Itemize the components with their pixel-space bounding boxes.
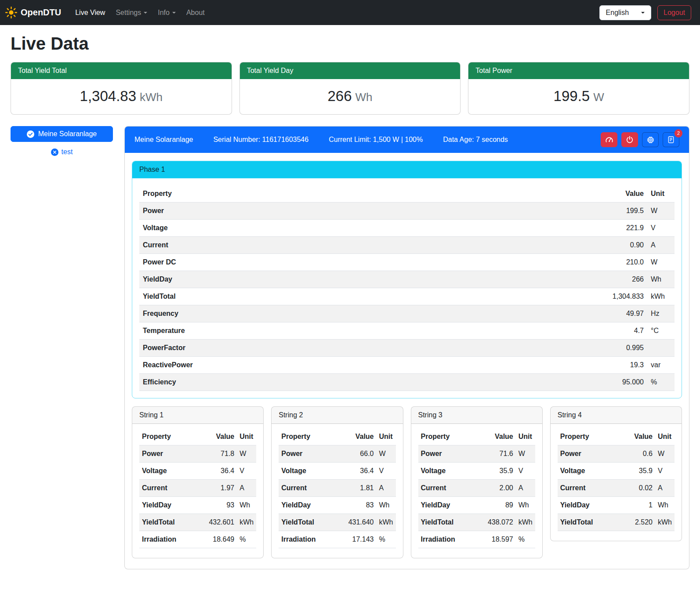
- table-row: Frequency49.97Hz: [139, 305, 675, 322]
- unit-cell: V: [377, 463, 396, 480]
- unit-cell: W: [647, 203, 675, 220]
- string-table: Property Value Unit Power71.6WVoltage35.…: [418, 428, 535, 548]
- value-cell: 35.9: [482, 463, 516, 480]
- unit-cell: Wh: [237, 497, 256, 514]
- main-nav: Live View Settings Info About: [70, 5, 210, 20]
- table-row: Irradiation18.649%: [139, 531, 256, 548]
- event-log-button[interactable]: 2: [663, 132, 679, 147]
- card-value-row: 1,304.83kWh: [11, 79, 232, 114]
- unit-cell: kWh: [237, 514, 256, 531]
- value-cell: 199.5: [443, 203, 647, 220]
- value-cell: 432.601: [203, 514, 237, 531]
- value-cell: 1.81: [342, 480, 377, 497]
- card-value: 266: [327, 88, 352, 104]
- unit-cell: A: [516, 480, 535, 497]
- property-cell: Current: [418, 480, 482, 497]
- total-power-card: Total Power 199.5W: [468, 62, 689, 115]
- property-cell: Power: [139, 445, 203, 463]
- value-cell: 221.9: [443, 220, 647, 237]
- inverter-panel: Meine Solaranlage Serial Number: 1161716…: [124, 126, 689, 569]
- table-row: Power199.5W: [139, 203, 675, 220]
- nav-info[interactable]: Info: [152, 5, 181, 20]
- logout-button[interactable]: Logout: [657, 5, 691, 20]
- inverter-panel-header: Meine Solaranlage Serial Number: 1161716…: [125, 127, 689, 153]
- property-cell: YieldTotal: [558, 514, 621, 531]
- property-cell: YieldDay: [139, 271, 443, 288]
- string-card-title: String 1: [132, 407, 263, 424]
- nav-about[interactable]: About: [181, 5, 210, 20]
- value-cell: 0.995: [443, 340, 647, 357]
- unit-cell: Hz: [647, 305, 675, 322]
- inverter-limit: Current Limit: 1,500 W | 100%: [329, 136, 423, 144]
- column-header-unit: Unit: [516, 428, 535, 445]
- string-card-title: String 3: [411, 407, 542, 424]
- language-select[interactable]: English: [599, 5, 651, 20]
- unit-cell: V: [655, 463, 675, 480]
- property-cell: YieldDay: [418, 497, 482, 514]
- table-row: Current0.02A: [558, 480, 675, 497]
- power-icon: [626, 136, 634, 144]
- property-cell: Power: [418, 445, 482, 463]
- string-card-title: String 2: [272, 407, 403, 424]
- property-cell: Power DC: [139, 254, 443, 271]
- nav-settings[interactable]: Settings: [110, 5, 152, 20]
- value-cell: 36.4: [203, 463, 237, 480]
- speedometer-icon: [605, 136, 613, 144]
- unit-cell: W: [516, 445, 535, 463]
- check-circle-icon: [27, 130, 34, 138]
- table-header-row: Property Value Unit: [558, 428, 675, 445]
- power-button[interactable]: [621, 132, 638, 147]
- x-circle-icon: [51, 148, 58, 156]
- card-unit: W: [593, 90, 604, 104]
- property-cell: Voltage: [418, 463, 482, 480]
- string-table: Property Value Unit Power0.6WVoltage35.9…: [558, 428, 675, 531]
- value-cell: 89: [482, 497, 516, 514]
- brand[interactable]: OpenDTU: [5, 7, 61, 18]
- unit-cell: %: [377, 531, 396, 548]
- table-row: YieldTotal438.072kWh: [418, 514, 535, 531]
- cpu-chip-icon: [646, 136, 655, 144]
- property-cell: YieldDay: [279, 497, 342, 514]
- unit-cell: A: [377, 480, 396, 497]
- value-cell: 266: [443, 271, 647, 288]
- property-cell: Current: [558, 480, 621, 497]
- value-cell: 438.072: [482, 514, 516, 531]
- unit-cell: A: [237, 480, 256, 497]
- property-cell: Efficiency: [139, 374, 443, 391]
- table-header-row: Property Value Unit: [139, 428, 256, 445]
- table-row: Current1.81A: [279, 480, 395, 497]
- inverter-panel-body: Phase 1 Property Value Unit P: [125, 153, 689, 569]
- property-cell: Temperature: [139, 322, 443, 340]
- limit-settings-button[interactable]: [601, 132, 617, 147]
- sidebar-item-label: test: [62, 148, 73, 156]
- table-row: Power0.6W: [558, 445, 675, 463]
- inverter-list-sidebar: Meine Solaranlage test: [11, 126, 113, 156]
- property-cell: YieldDay: [139, 497, 203, 514]
- value-cell: 0.90: [443, 237, 647, 254]
- table-row: YieldDay93Wh: [139, 497, 256, 514]
- language-select-value: English: [606, 9, 629, 17]
- table-row: PowerFactor0.995: [139, 340, 675, 357]
- column-header-property: Property: [139, 185, 443, 203]
- table-row: Voltage36.4V: [139, 463, 256, 480]
- sidebar-item-meine-solaranlage[interactable]: Meine Solaranlage: [11, 126, 113, 142]
- column-header-value: Value: [621, 428, 655, 445]
- column-header-value: Value: [482, 428, 516, 445]
- string-4-card: String 4 Property Value Unit: [550, 406, 682, 541]
- column-header-property: Property: [418, 428, 482, 445]
- property-cell: Current: [279, 480, 342, 497]
- nav-live-view[interactable]: Live View: [70, 5, 110, 20]
- property-cell: Voltage: [139, 463, 203, 480]
- event-count-badge: 2: [675, 129, 682, 137]
- value-cell: 0.6: [621, 445, 655, 463]
- property-cell: PowerFactor: [139, 340, 443, 357]
- column-header-property: Property: [558, 428, 621, 445]
- value-cell: 71.6: [482, 445, 516, 463]
- string-card-title: String 4: [551, 407, 682, 424]
- device-info-button[interactable]: [642, 132, 659, 147]
- property-cell: Power: [279, 445, 342, 463]
- sidebar-item-test[interactable]: test: [11, 148, 113, 156]
- table-row: Voltage221.9V: [139, 220, 675, 237]
- property-cell: Current: [139, 237, 443, 254]
- table-row: Power66.0W: [279, 445, 395, 463]
